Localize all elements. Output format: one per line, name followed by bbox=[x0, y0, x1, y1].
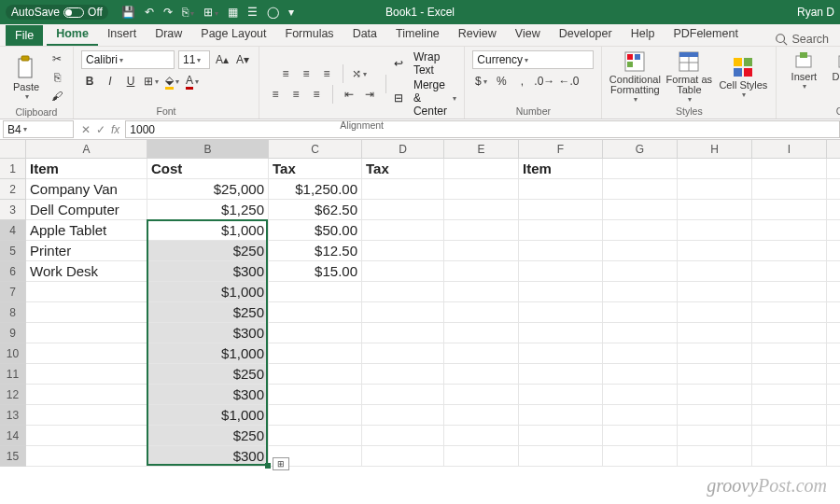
enter-formula-button[interactable]: ✓ bbox=[96, 123, 105, 136]
tab-home[interactable]: Home bbox=[47, 23, 98, 46]
increase-decimal-button[interactable]: .0→ bbox=[534, 73, 554, 90]
cell-A5[interactable]: Printer bbox=[26, 241, 147, 261]
copy-button[interactable]: ⎘ bbox=[49, 69, 65, 86]
cell-H9[interactable] bbox=[678, 323, 752, 343]
cell-A3[interactable]: Dell Computer bbox=[26, 200, 147, 220]
cell-B8[interactable]: $250 bbox=[147, 302, 269, 323]
cell-E12[interactable] bbox=[444, 385, 519, 405]
tab-view[interactable]: View bbox=[506, 23, 550, 46]
comma-format-button[interactable]: , bbox=[513, 73, 530, 90]
underline-button[interactable]: U bbox=[122, 73, 139, 90]
cell-F13[interactable] bbox=[519, 405, 603, 426]
cell-J6[interactable] bbox=[827, 261, 840, 282]
qat-item[interactable]: ☰ bbox=[247, 6, 258, 19]
cell-J9[interactable] bbox=[827, 323, 840, 343]
row-header[interactable]: 3 bbox=[0, 200, 26, 220]
cell-A13[interactable] bbox=[26, 405, 147, 426]
cell-A12[interactable] bbox=[26, 385, 147, 405]
align-right-button[interactable]: ≡ bbox=[308, 86, 325, 103]
cell-G14[interactable] bbox=[603, 426, 678, 446]
row-header[interactable]: 8 bbox=[0, 302, 26, 323]
cell-B7[interactable]: $1,000 bbox=[147, 282, 269, 302]
cell-I8[interactable] bbox=[752, 302, 827, 323]
cell-G12[interactable] bbox=[603, 385, 678, 405]
column-header-G[interactable]: G bbox=[603, 140, 678, 159]
cell-H4[interactable] bbox=[678, 220, 752, 241]
cell-C11[interactable] bbox=[269, 364, 362, 385]
column-header-A[interactable]: A bbox=[26, 140, 147, 159]
decrease-indent-button[interactable]: ⇤ bbox=[341, 86, 357, 103]
cell-D13[interactable] bbox=[362, 405, 444, 426]
paste-button[interactable]: Paste bbox=[7, 55, 45, 101]
cell-F15[interactable] bbox=[519, 446, 603, 467]
cell-J7[interactable] bbox=[827, 282, 840, 302]
cell-H14[interactable] bbox=[678, 426, 752, 446]
cell-C3[interactable]: $62.50 bbox=[269, 200, 362, 220]
cell-C12[interactable] bbox=[269, 385, 362, 405]
row-header[interactable]: 4 bbox=[0, 220, 26, 241]
cell-C8[interactable] bbox=[269, 302, 362, 323]
autosave-toggle[interactable]: AutoSave Off bbox=[6, 5, 108, 20]
border-button[interactable]: ⊞ bbox=[143, 73, 160, 90]
cell-J8[interactable] bbox=[827, 302, 840, 323]
delete-cells-button[interactable]: Delete bbox=[827, 50, 840, 91]
cell-A10[interactable] bbox=[26, 343, 147, 364]
cell-F8[interactable] bbox=[519, 302, 603, 323]
font-color-button[interactable]: A bbox=[184, 73, 201, 90]
cell-J11[interactable] bbox=[827, 364, 840, 385]
cell-F14[interactable] bbox=[519, 426, 603, 446]
qat-item[interactable]: ⎘ bbox=[182, 6, 194, 19]
cell-F2[interactable] bbox=[519, 179, 603, 200]
cell-A6[interactable]: Work Desk bbox=[26, 261, 147, 282]
cell-A7[interactable] bbox=[26, 282, 147, 302]
cell-J3[interactable] bbox=[827, 200, 840, 220]
cell-G11[interactable] bbox=[603, 364, 678, 385]
cell-H7[interactable] bbox=[678, 282, 752, 302]
cell-B9[interactable]: $300 bbox=[147, 323, 269, 343]
cell-D7[interactable] bbox=[362, 282, 444, 302]
cell-E11[interactable] bbox=[444, 364, 519, 385]
row-header[interactable]: 12 bbox=[0, 385, 26, 405]
cell-D9[interactable] bbox=[362, 323, 444, 343]
cell-E15[interactable] bbox=[444, 446, 519, 467]
tab-file[interactable]: File bbox=[6, 25, 43, 46]
cell-E6[interactable] bbox=[444, 261, 519, 282]
format-as-table-button[interactable]: Format as Table bbox=[664, 50, 714, 104]
autofill-options-button[interactable]: ⊞ bbox=[273, 457, 289, 470]
cell-D11[interactable] bbox=[362, 364, 444, 385]
cell-G2[interactable] bbox=[603, 179, 678, 200]
cell-A1[interactable]: Item bbox=[26, 159, 147, 179]
font-name-select[interactable]: Calibri bbox=[81, 50, 175, 69]
cell-E9[interactable] bbox=[444, 323, 519, 343]
row-header[interactable]: 13 bbox=[0, 405, 26, 426]
cell-F7[interactable] bbox=[519, 282, 603, 302]
cell-E7[interactable] bbox=[444, 282, 519, 302]
cell-G6[interactable] bbox=[603, 261, 678, 282]
cell-E5[interactable] bbox=[444, 241, 519, 261]
cell-D10[interactable] bbox=[362, 343, 444, 364]
cell-I2[interactable] bbox=[752, 179, 827, 200]
bold-button[interactable]: B bbox=[81, 73, 98, 90]
row-header[interactable]: 11 bbox=[0, 364, 26, 385]
cut-button[interactable]: ✂ bbox=[49, 50, 65, 67]
cell-B13[interactable]: $1,000 bbox=[147, 405, 269, 426]
cell-F12[interactable] bbox=[519, 385, 603, 405]
italic-button[interactable]: I bbox=[102, 73, 119, 90]
tab-formulas[interactable]: Formulas bbox=[276, 23, 343, 46]
cell-G15[interactable] bbox=[603, 446, 678, 467]
cell-I5[interactable] bbox=[752, 241, 827, 261]
formula-input[interactable]: 1000 bbox=[125, 120, 840, 138]
cell-I9[interactable] bbox=[752, 323, 827, 343]
cell-J14[interactable] bbox=[827, 426, 840, 446]
row-header[interactable]: 5 bbox=[0, 241, 26, 261]
tab-data[interactable]: Data bbox=[343, 23, 386, 46]
decrease-font-button[interactable]: A▾ bbox=[234, 51, 251, 68]
align-bottom-button[interactable]: ≡ bbox=[318, 65, 335, 82]
decrease-decimal-button[interactable]: ←.0 bbox=[558, 73, 579, 90]
row-header[interactable]: 2 bbox=[0, 179, 26, 200]
row-header[interactable]: 7 bbox=[0, 282, 26, 302]
cancel-formula-button[interactable]: ✕ bbox=[81, 123, 91, 136]
cell-D2[interactable] bbox=[362, 179, 444, 200]
select-all-corner[interactable] bbox=[0, 140, 26, 159]
column-header-D[interactable]: D bbox=[362, 140, 444, 159]
